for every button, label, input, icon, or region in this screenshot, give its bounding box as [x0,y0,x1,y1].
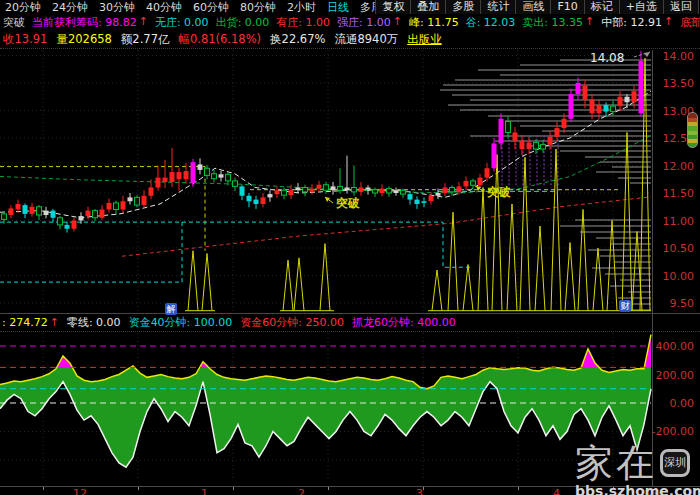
signal-spike [492,155,502,311]
toolbar-button-叠加[interactable]: 叠加 [410,0,445,14]
signal-spike [478,188,488,311]
candle-body [338,186,343,190]
candle-body [422,201,427,203]
candle-body [205,168,210,175]
candle-body [240,186,245,195]
price-axis-label: 11.00 [663,215,695,228]
candle-body [499,119,504,144]
candle-body [625,97,630,103]
candle-body [394,190,399,193]
period-tab-30分钟[interactable]: 30分钟 [99,0,135,15]
candle-body [457,186,462,192]
period-tab-24分钟[interactable]: 24分钟 [52,0,88,15]
toolbar-button-多股[interactable]: 多股 [445,0,480,14]
candle-body [191,162,196,183]
high-arrow-head [644,52,650,57]
candle-body [555,128,560,137]
candle-body [254,200,259,204]
candle-body [583,86,588,100]
candle-body [471,181,476,185]
candle-body [387,189,392,193]
high-price-label: 14.08 [590,51,624,65]
candle-body [44,211,49,215]
candle-body [177,172,182,179]
candle-body [408,194,413,200]
candle-body [352,188,357,192]
period-tab-60分钟[interactable]: 60分钟 [193,0,229,15]
signal-spike [535,226,545,311]
signal-badge-left: 解 [165,303,177,315]
toolbar-button-F10[interactable]: F10 [550,0,583,14]
period-tab-40分钟[interactable]: 40分钟 [146,0,182,15]
toolbar-button-画线[interactable]: 画线 [515,0,550,14]
main-candlestick-chart[interactable]: 14.0013.5013.0012.5012.0011.5011.0010.50… [0,50,700,313]
signal-spike [551,149,561,311]
ma-line [122,197,651,256]
indicator-item: 无庄: 0.00 [155,15,209,30]
period-tab-日线[interactable]: 日线 [327,0,349,15]
month-label: 1 [201,487,208,495]
candle-body [156,178,161,188]
signal-spike [593,248,603,311]
indicator-item: 谷: 12.03 [466,15,516,30]
stock-stat: 换22.67% [270,32,325,47]
candle-body [632,91,637,102]
candle-body [485,168,490,177]
separator [0,48,700,49]
candle-body [324,185,329,191]
candle-body [590,100,595,114]
candle-body [170,172,175,182]
signal-badge-right: 财 [619,300,631,312]
signal-spike [622,133,632,311]
chip-gauge-icon[interactable] [687,112,698,148]
month-label: 4 [553,487,560,495]
toolbar-button-返回[interactable]: 返回 [663,0,698,14]
price-axis-label: 14.00 [663,50,695,63]
industry-link[interactable]: 出版业 [407,32,442,47]
sub-axis-label: 400.00 [656,340,695,353]
candle-body [310,189,315,192]
candle-body [114,203,119,210]
candle-body [373,190,378,193]
candle-body [429,196,434,202]
toolbar-button-标记[interactable]: 标记 [584,0,619,14]
stock-stat: 额2.77亿 [121,32,170,47]
candle-body [184,171,189,179]
axis-tick [43,487,44,490]
candle-body [303,188,308,192]
time-axis: 日线 121234 [0,486,700,495]
axis-tick [233,487,234,490]
toolbar-buttons: 复权叠加多股统计画线F10标记+自选返回 [375,0,699,14]
period-tab-2小时[interactable]: 2小时 [287,0,316,15]
candle-body [548,137,553,145]
period-tab-80分钟[interactable]: 80分钟 [240,0,276,15]
candle-body [492,144,497,169]
sub-indicator-item: 零线: 0.00 [67,315,121,330]
sub-axis-label: 200.00 [656,369,695,382]
price-axis-label: 12.00 [663,160,695,173]
ma-line [0,222,472,267]
candle-body [107,203,112,210]
indicator-name: 突破 [3,15,25,30]
candle-body [513,133,518,141]
axis-tick [518,487,519,490]
indicator-item: 强庄: 1.00↑ [337,15,402,30]
toolbar-button-统计[interactable]: 统计 [480,0,515,14]
stock-stat: 流通8940万 [334,32,398,47]
stock-stat: 量202658 [56,32,111,47]
ma-line [0,222,182,282]
candle-body [16,204,21,210]
indicator-item: 中部: 12.91↑ [601,15,673,30]
candle-body [401,190,406,194]
candle-body [128,197,133,201]
period-tab-20分钟[interactable]: 20分钟 [5,0,41,15]
candle-body [520,141,525,149]
fund-flow-sub-chart[interactable]: 400.00200.000.00-200.00 [0,332,700,486]
toolbar-button-+自选[interactable]: +自选 [619,0,663,14]
candle-body [65,225,70,229]
candle-body [569,94,574,119]
toolbar-button-复权[interactable]: 复权 [375,0,410,14]
candle-body [23,205,28,214]
sub-indicator-header: : 274.72↑零线: 0.00资金40分钟: 100.00资金60分钟: 2… [0,315,700,330]
candle-body [219,174,224,177]
